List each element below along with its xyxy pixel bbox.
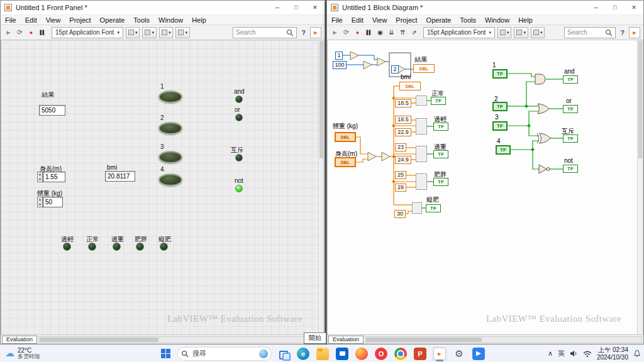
constant-1[interactable]: 1 xyxy=(335,52,343,60)
over-terminal[interactable]: TF xyxy=(433,150,448,158)
fat-terminal[interactable]: TF xyxy=(433,178,448,186)
taskbar-search[interactable]: 搜尋 xyxy=(177,347,272,361)
vertical-scrollbar[interactable] xyxy=(318,40,324,334)
run-button[interactable]: ► xyxy=(4,27,13,38)
push-button-2[interactable] xyxy=(158,122,182,134)
step-over-button[interactable]: ⇈ xyxy=(398,27,408,38)
threshold-over-lo[interactable]: 23 xyxy=(395,143,406,151)
push-button-1[interactable] xyxy=(158,90,182,103)
weight-spinner[interactable]: ▲▼ xyxy=(37,197,43,207)
align-objects-dropdown[interactable]: ▾ xyxy=(497,27,512,38)
menu-operate[interactable]: Operate xyxy=(422,16,456,24)
taskbar-icon-store[interactable] xyxy=(335,346,350,361)
menu-operate[interactable]: Operate xyxy=(96,16,130,24)
reorder-objects-dropdown[interactable]: ▾ xyxy=(175,27,190,38)
threshold-over-hi[interactable]: 24.9 xyxy=(395,156,411,164)
front-panel-titlebar[interactable]: Untitled 1 Front Panel * ─ □ ✕ xyxy=(1,1,325,14)
volume-icon[interactable] xyxy=(570,349,578,358)
step-into-button[interactable]: ⇊ xyxy=(387,27,396,38)
under-terminal[interactable]: TF xyxy=(433,123,448,131)
menu-file[interactable]: File xyxy=(1,16,21,24)
spin-down-icon[interactable]: ▼ xyxy=(38,177,42,182)
menu-edit[interactable]: Edit xyxy=(21,16,42,24)
or-terminal[interactable]: TF xyxy=(563,105,578,113)
height-terminal[interactable]: DBL xyxy=(335,157,356,167)
in-range-node-over[interactable] xyxy=(416,146,427,162)
bmi-field[interactable]: 20.8117 xyxy=(105,171,135,182)
run-continuous-button[interactable]: ⟳ xyxy=(341,27,351,38)
block-diagram-canvas[interactable]: 1 100 2 結果 DBL bmi DBL 18.5 正常 TF 18.5 2… xyxy=(327,40,643,334)
maximize-button[interactable]: □ xyxy=(606,1,625,14)
obese-led[interactable] xyxy=(160,243,168,251)
height-field[interactable]: 1.55 xyxy=(43,172,65,182)
taskbar-icon-vscode[interactable] xyxy=(471,346,486,361)
taskbar-icon-edge[interactable]: e xyxy=(296,346,311,361)
taskbar-icon-opera[interactable]: O xyxy=(374,346,389,361)
vertical-scrollbar[interactable] xyxy=(637,40,643,334)
menu-project[interactable]: Project xyxy=(65,16,95,24)
search-input[interactable] xyxy=(567,29,605,36)
weight-terminal[interactable]: DBL xyxy=(335,132,356,142)
abort-button[interactable]: ● xyxy=(26,27,36,38)
bmi-terminal[interactable]: DBL xyxy=(399,82,421,90)
taskbar-icon-chrome[interactable] xyxy=(393,346,408,361)
divide-node-2[interactable] xyxy=(382,152,390,161)
start-button[interactable] xyxy=(158,346,173,361)
run-continuous-button[interactable]: ⟳ xyxy=(15,27,25,38)
constant-2[interactable]: 2 xyxy=(391,65,399,74)
clean-up-diagram-dropdown[interactable]: ▾ xyxy=(531,27,545,38)
step-out-button[interactable]: ⇗ xyxy=(409,27,419,38)
menu-view[interactable]: View xyxy=(42,16,65,24)
block-diagram-titlebar[interactable]: Untitled 1 Block Diagram * ─ □ ✕ xyxy=(327,1,643,14)
sum-node[interactable] xyxy=(398,65,405,73)
menu-view[interactable]: View xyxy=(368,16,392,24)
threshold-obese[interactable]: 30 xyxy=(394,210,406,218)
normal-terminal[interactable]: TF xyxy=(431,97,446,105)
distribute-objects-dropdown[interactable]: ▾ xyxy=(514,27,528,38)
menu-edit[interactable]: Edit xyxy=(347,16,368,24)
not-terminal[interactable]: TF xyxy=(563,165,578,173)
highlight-execution-button[interactable]: ◉ xyxy=(375,27,385,38)
maximize-button[interactable]: □ xyxy=(287,1,306,14)
threshold-fat-hi[interactable]: 29 xyxy=(395,184,406,192)
taskbar-icon-powerpoint[interactable]: P xyxy=(413,346,428,361)
evaluation-tab[interactable]: Evaluation xyxy=(328,336,364,344)
notifications-bell-icon[interactable] xyxy=(633,349,641,358)
search-input[interactable] xyxy=(236,29,286,36)
compare-node-obese[interactable] xyxy=(412,202,422,214)
taskbar-icon-task-view[interactable] xyxy=(276,346,291,361)
menu-file[interactable]: File xyxy=(327,16,347,24)
evaluation-tab[interactable]: Evaluation xyxy=(2,336,37,344)
bool-4-terminal[interactable]: TF xyxy=(496,145,511,155)
overweight-led[interactable] xyxy=(113,243,121,251)
weight-field[interactable]: 50 xyxy=(43,197,63,207)
divide-node[interactable] xyxy=(368,152,376,161)
xor-gate[interactable] xyxy=(540,133,550,143)
resize-objects-dropdown[interactable]: ▾ xyxy=(159,27,174,38)
fat-led[interactable] xyxy=(136,243,144,251)
not-led[interactable] xyxy=(235,185,243,192)
bool-3-terminal[interactable]: TF xyxy=(492,121,508,131)
distribute-objects-dropdown[interactable]: ▾ xyxy=(142,27,157,38)
font-selector[interactable]: 15pt Application Font ▾ xyxy=(423,27,495,38)
bool-1-terminal[interactable]: TF xyxy=(492,69,508,79)
spin-down-icon[interactable]: ▼ xyxy=(38,202,42,207)
ime-indicator[interactable]: 英 xyxy=(558,349,565,358)
pause-button[interactable]: ▌▌ xyxy=(364,27,374,38)
close-button[interactable]: ✕ xyxy=(306,1,325,14)
or-gate[interactable] xyxy=(538,104,549,114)
menu-tools[interactable]: Tools xyxy=(129,16,154,24)
and-terminal[interactable]: TF xyxy=(563,75,578,84)
pause-button[interactable]: ▌▌ xyxy=(38,27,47,38)
and-led[interactable] xyxy=(235,96,243,103)
spin-up-icon[interactable]: ▲ xyxy=(38,197,42,202)
font-selector[interactable]: 15pt Application Font ▾ xyxy=(52,27,123,38)
horizontal-scrollbar[interactable] xyxy=(38,336,323,343)
underweight-led[interactable] xyxy=(63,243,71,251)
not-gate[interactable] xyxy=(539,165,547,173)
threshold-under-hi[interactable]: 22.9 xyxy=(395,128,411,136)
xor-led[interactable] xyxy=(235,154,243,162)
bool-2-terminal[interactable]: TF xyxy=(492,102,508,111)
taskbar-icon-file-explorer[interactable] xyxy=(315,346,330,361)
in-range-node-fat[interactable] xyxy=(416,173,427,190)
